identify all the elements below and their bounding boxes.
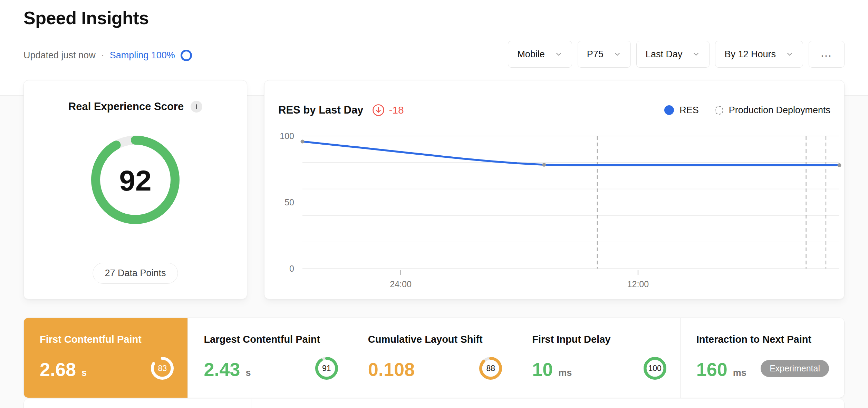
chevron-down-icon <box>613 50 621 58</box>
metric-label: Interaction to Next Paint <box>696 334 844 345</box>
device-select[interactable]: Mobile <box>508 41 572 68</box>
res-card-title-row: Real Experience Score i <box>24 80 247 113</box>
data-points-pill: 27 Data Points <box>93 263 178 284</box>
metric-card-first-input-delay[interactable]: First Input Delay 10 ms 100 <box>516 318 680 398</box>
time-range-select-label: Last Day <box>646 49 683 60</box>
res-chart-card: RES by Last Day -18 RES Production Deplo… <box>264 80 845 299</box>
filter-controls: Mobile P75 Last Day By 12 Hours … <box>508 41 845 68</box>
data-point-dot <box>542 163 546 167</box>
metric-unit: s <box>81 368 87 378</box>
metric-label: First Contentful Paint <box>40 334 187 345</box>
metric-value-row: 160 ms <box>696 359 746 380</box>
metric-value: 0.108 <box>368 359 415 380</box>
chevron-down-icon <box>785 50 794 58</box>
sampling-ring-icon <box>181 50 192 61</box>
metric-card-interaction-to-next-paint[interactable]: Interaction to Next Paint 160 ms Experim… <box>680 318 844 398</box>
page-title: Speed Insights <box>23 8 149 28</box>
x-axis-label: 12:00 <box>627 279 649 289</box>
y-axis-label: 50 <box>284 197 294 207</box>
sampling-label: Sampling 100% <box>110 50 175 61</box>
metric-value-row: 2.68 s <box>40 359 87 380</box>
info-icon[interactable]: i <box>191 101 202 113</box>
metric-card-first-contentful-paint[interactable]: First Contentful Paint 2.68 s 83 <box>24 318 187 398</box>
time-range-select[interactable]: Last Day <box>636 41 710 68</box>
y-axis-label: 0 <box>289 264 294 273</box>
metric-value: 160 <box>696 359 727 380</box>
metric-score-gauge: 91 <box>315 357 338 380</box>
metric-unit: ms <box>733 368 746 378</box>
res-line <box>302 142 839 165</box>
metric-score-value: 88 <box>479 357 502 380</box>
res-score-value: 92 <box>91 136 180 225</box>
device-select-label: Mobile <box>517 49 545 60</box>
update-status-row: Updated just now · Sampling 100% <box>23 48 192 63</box>
dot-separator: · <box>101 50 104 61</box>
y-axis-label: 100 <box>280 131 294 141</box>
metric-score-value: 91 <box>315 357 338 380</box>
percentile-select[interactable]: P75 <box>578 41 631 68</box>
metric-score-gauge: 88 <box>479 357 502 380</box>
metric-value: 10 <box>532 359 553 380</box>
web-vitals-metrics-row: First Contentful Paint 2.68 s 83 Largest… <box>23 318 845 398</box>
metric-score-value: 83 <box>151 357 174 380</box>
panel-column-divider <box>251 399 251 408</box>
res-score-gauge: 92 <box>91 136 180 225</box>
metric-label: Largest Contentful Paint <box>204 334 351 345</box>
percentile-select-label: P75 <box>587 49 604 60</box>
x-axis-label: 24:00 <box>390 279 412 289</box>
next-section-panel <box>23 399 845 408</box>
metric-unit: s <box>246 368 251 378</box>
chevron-down-icon <box>554 50 563 58</box>
metric-score-gauge: 83 <box>151 357 174 380</box>
metric-unit: ms <box>558 368 572 378</box>
res-card-title: Real Experience Score <box>68 100 184 113</box>
metric-score-gauge: 100 <box>644 357 666 380</box>
res-line-chart: 10050024:0012:00 <box>264 80 845 300</box>
metric-value-row: 2.43 s <box>204 359 251 380</box>
metric-label: Cumulative Layout Shift <box>368 334 516 345</box>
experimental-badge: Experimental <box>761 360 829 377</box>
updated-status: Updated just now <box>23 50 96 61</box>
metric-value: 2.43 <box>204 359 240 380</box>
metric-card-largest-contentful-paint[interactable]: Largest Contentful Paint 2.43 s 91 <box>187 318 351 398</box>
metric-value: 2.68 <box>40 359 76 380</box>
sampling-link[interactable]: Sampling 100% <box>110 50 192 61</box>
metric-label: First Input Delay <box>532 334 680 345</box>
chevron-down-icon <box>692 50 700 58</box>
interval-select[interactable]: By 12 Hours <box>715 41 803 68</box>
data-point-dot <box>301 140 305 144</box>
metric-value-row: 10 ms <box>532 359 572 380</box>
interval-select-label: By 12 Hours <box>724 49 776 60</box>
data-point-dot <box>838 163 841 167</box>
metric-value-row: 0.108 <box>368 359 420 380</box>
more-options-button[interactable]: … <box>809 41 845 68</box>
real-experience-score-card: Real Experience Score i 92 27 Data Point… <box>23 80 247 299</box>
metric-card-cumulative-layout-shift[interactable]: Cumulative Layout Shift 0.108 88 <box>352 318 516 398</box>
metric-score-value: 100 <box>644 357 666 380</box>
